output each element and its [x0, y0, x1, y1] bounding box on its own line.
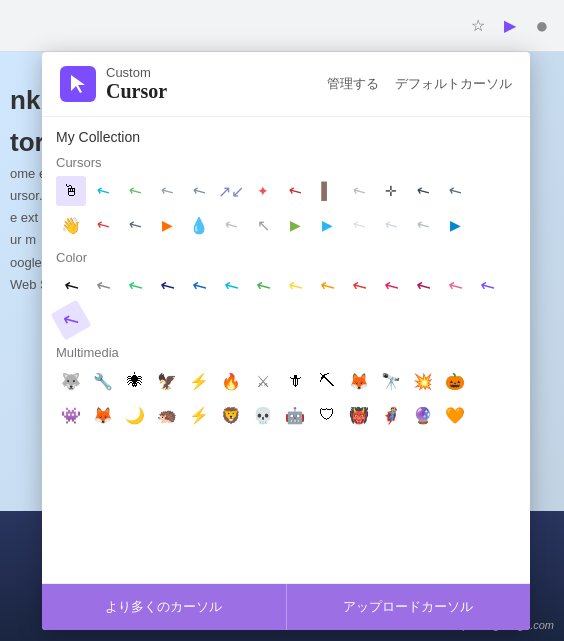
color-grid-row1: ↖ ↖ ↖ ↖ ↖ ↖ ↖ ↖ ↖ ↖ ↖ ↖ ↖ ↖ — [56, 271, 516, 301]
cursors-grid-row1: 🖱 ↖ ↖ ↖ ↖ ↗↙ ✦ ↖ ▌ ↖ ✛ ↖ ↖ — [56, 176, 516, 206]
multimedia-cursor-item[interactable]: ⛏ — [312, 366, 342, 396]
multimedia-cursor-item[interactable]: 🔥 — [216, 366, 246, 396]
cursor-item[interactable]: ↗↙ — [216, 176, 246, 206]
cursor-item[interactable]: ▶ — [152, 210, 182, 240]
cursor-item[interactable]: ↖ — [179, 171, 220, 212]
multimedia-cursor-item[interactable]: 🦔 — [152, 400, 182, 430]
multimedia-cursor-item[interactable]: ⚡ — [184, 400, 214, 430]
cursor-item[interactable]: ↖ — [115, 205, 156, 246]
cursor-item[interactable]: ✦ — [248, 176, 278, 206]
cursor-item[interactable]: ▶ — [312, 210, 342, 240]
cursor-item[interactable]: ▌ — [312, 176, 342, 206]
multimedia-cursor-item[interactable]: 🔭 — [376, 366, 406, 396]
color-cursor-item[interactable]: ↖ — [467, 266, 508, 307]
cursor-item[interactable]: 👋 — [56, 210, 86, 240]
logo-icon — [60, 66, 96, 102]
cursor-item[interactable]: 💧 — [184, 210, 214, 240]
multimedia-cursor-item[interactable]: 🔧 — [88, 366, 118, 396]
multimedia-cursor-item[interactable]: 🗡 — [280, 366, 310, 396]
multimedia-cursor-item[interactable]: 🐺 — [56, 366, 86, 396]
multimedia-cursor-item[interactable]: ⚔ — [248, 366, 278, 396]
star-icon[interactable]: ☆ — [466, 14, 490, 38]
cursor-item[interactable]: ▶ — [440, 210, 470, 240]
collection-section-title: My Collection — [56, 129, 516, 145]
multimedia-cursor-item[interactable]: 👾 — [56, 400, 86, 430]
multimedia-cursor-item[interactable]: 🔮 — [408, 400, 438, 430]
more-cursors-button[interactable]: より多くのカーソル — [42, 584, 287, 630]
forward-icon[interactable]: ▶ — [498, 14, 522, 38]
manage-link[interactable]: 管理する — [327, 75, 379, 93]
multimedia-cursor-item[interactable]: 💥 — [408, 366, 438, 396]
color-cursor-item[interactable]: ↖ — [51, 300, 92, 341]
logo: Custom Cursor — [60, 66, 167, 102]
cursor-item[interactable]: ↖ — [403, 205, 444, 246]
cursors-grid-row2: 👋 ↖ ↖ ▶ 💧 ↖ ↖ ▶ ▶ ↖ ↖ ↖ ▶ — [56, 210, 516, 240]
extension-popup: Custom Cursor 管理する デフォルトカーソル My Collecti… — [42, 52, 530, 630]
multimedia-cursor-item[interactable]: 🛡 — [312, 400, 342, 430]
cursor-item[interactable]: ↖ — [211, 205, 252, 246]
cursor-item[interactable]: ↖ — [339, 171, 380, 212]
cursor-item[interactable]: ▶ — [280, 210, 310, 240]
multimedia-cursor-item[interactable]: 🦸 — [376, 400, 406, 430]
multimedia-cursor-item[interactable]: 🧡 — [440, 400, 470, 430]
multimedia-cursor-item[interactable]: 🦅 — [152, 366, 182, 396]
multimedia-cursor-item[interactable]: 🎃 — [440, 366, 470, 396]
chrome-toolbar: ☆ ▶ ● — [0, 0, 564, 52]
popup-body: My Collection Cursors 🖱 ↖ ↖ ↖ ↖ ↗↙ ✦ ↖ ▌… — [42, 117, 530, 583]
multimedia-grid-row1: 🐺 🔧 🕷 🦅 ⚡ 🔥 ⚔ 🗡 ⛏ 🦊 🔭 💥 🎃 — [56, 366, 516, 396]
cursor-item[interactable]: 🖱 — [56, 176, 86, 206]
cursor-item[interactable]: ✛ — [376, 176, 406, 206]
header-links: 管理する デフォルトカーソル — [327, 75, 512, 93]
logo-text: Custom Cursor — [106, 66, 167, 102]
profile-icon[interactable]: ● — [530, 14, 554, 38]
multimedia-cursor-item[interactable]: 🦊 — [344, 366, 374, 396]
multimedia-cursor-item[interactable]: 🕷 — [120, 366, 150, 396]
default-cursor-link[interactable]: デフォルトカーソル — [395, 75, 512, 93]
cursor-item[interactable]: ↖ — [248, 210, 278, 240]
multimedia-cursor-item[interactable]: 🦊 — [88, 400, 118, 430]
multimedia-cursor-item[interactable]: 🦁 — [216, 400, 246, 430]
cursor-item[interactable]: ↖ — [275, 171, 316, 212]
cursor-item[interactable]: ↖ — [435, 171, 476, 212]
popup-footer: より多くのカーソル アップロードカーソル — [42, 583, 530, 630]
multimedia-cursor-item[interactable]: ⚡ — [184, 366, 214, 396]
popup-header: Custom Cursor 管理する デフォルトカーソル — [42, 52, 530, 117]
multimedia-grid-row2: 👾 🦊 🌙 🦔 ⚡ 🦁 💀 🤖 🛡 👹 🦸 🔮 🧡 — [56, 400, 516, 430]
multimedia-cursor-item[interactable]: 🤖 — [280, 400, 310, 430]
multimedia-cursor-item[interactable]: 👹 — [344, 400, 374, 430]
color-section-title: Color — [56, 250, 516, 265]
multimedia-section-title: Multimedia — [56, 345, 516, 360]
svg-marker-0 — [71, 75, 85, 93]
color-grid-row2: ↖ — [56, 305, 516, 335]
cursors-section-title: Cursors — [56, 155, 516, 170]
multimedia-cursor-item[interactable]: 🌙 — [120, 400, 150, 430]
upload-cursor-button[interactable]: アップロードカーソル — [287, 584, 531, 630]
multimedia-cursor-item[interactable]: 💀 — [248, 400, 278, 430]
